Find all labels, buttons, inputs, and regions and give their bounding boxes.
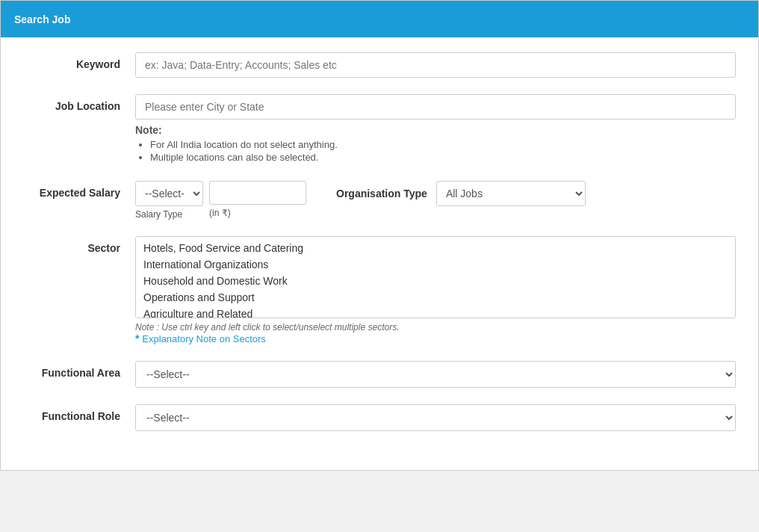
sector-ctrl-note: Note : Use ctrl key and left click to se… — [135, 322, 736, 332]
sector-option-1: Hotels, Food Service and Catering — [136, 240, 735, 256]
functional-area-control: --Select-- — [135, 361, 736, 388]
salary-amount-label: (in ₹) — [209, 208, 231, 218]
functional-area-label: Functional Area — [23, 361, 135, 379]
org-type-label: Organisation Type — [336, 188, 427, 200]
sector-option-3: Household and Domestic Work — [136, 273, 735, 289]
location-note: Note: For All India location do not sele… — [135, 124, 736, 163]
job-location-control: Note: For All India location do not sele… — [135, 94, 736, 164]
sector-control: Hotels, Food Service and Catering Intern… — [135, 236, 736, 344]
salary-type-wrap: --Select- Hourly Monthly Annual Salary T… — [135, 181, 203, 220]
functional-area-select[interactable]: --Select-- — [135, 361, 736, 388]
star-symbol: * — [135, 332, 139, 344]
job-location-input[interactable] — [135, 94, 736, 120]
sector-label: Sector — [23, 236, 135, 254]
salary-org-control: --Select- Hourly Monthly Annual Salary T… — [135, 181, 736, 220]
explanatory-note-wrap: * Explanatory Note on Sectors — [135, 332, 736, 344]
salary-org-inner: --Select- Hourly Monthly Annual Salary T… — [135, 181, 736, 220]
salary-type-label: Salary Type — [135, 209, 182, 220]
sector-option-5: Agriculture and Related — [136, 306, 735, 318]
functional-role-control: --Select-- — [135, 404, 736, 431]
location-note-item-2: Multiple locations can also be selected. — [150, 152, 736, 163]
location-note-item-1: For All India location do not select any… — [150, 139, 736, 150]
page-title: Search Job — [14, 13, 70, 25]
org-type-select[interactable]: All Jobs Government Private NGO/Trust Ot… — [436, 181, 586, 206]
job-location-label: Job Location — [23, 94, 135, 112]
form-body: Keyword Job Location Note: For All India… — [1, 37, 758, 470]
salary-org-row: Expected Salary --Select- Hourly Monthly… — [23, 181, 736, 220]
location-note-list: For All India location do not select any… — [150, 139, 736, 163]
sector-row: Sector Hotels, Food Service and Catering… — [23, 236, 736, 344]
salary-amount-input[interactable] — [209, 181, 306, 205]
sector-option-4: Operations and Support — [136, 289, 735, 306]
expected-salary-label: Expected Salary — [23, 181, 135, 199]
org-type-wrap: Organisation Type All Jobs Government Pr… — [336, 181, 586, 206]
search-job-container: Search Job Keyword Job Location Note: Fo… — [0, 0, 759, 471]
salary-amount-wrap: (in ₹) — [209, 181, 306, 218]
page-header: Search Job — [1, 1, 758, 37]
functional-area-row: Functional Area --Select-- — [23, 361, 736, 388]
sector-option-2: International Organizations — [136, 256, 735, 273]
functional-role-row: Functional Role --Select-- — [23, 404, 736, 431]
keyword-input[interactable] — [135, 52, 736, 78]
sector-listbox[interactable]: Hotels, Food Service and Catering Intern… — [135, 236, 736, 318]
job-location-row: Job Location Note: For All India locatio… — [23, 94, 736, 164]
keyword-row: Keyword — [23, 52, 736, 78]
note-title: Note: — [135, 124, 162, 136]
keyword-control — [135, 52, 736, 78]
keyword-label: Keyword — [23, 52, 135, 70]
functional-role-select[interactable]: --Select-- — [135, 404, 736, 431]
salary-type-select[interactable]: --Select- Hourly Monthly Annual — [135, 181, 203, 206]
functional-role-label: Functional Role — [23, 404, 135, 422]
explanatory-note-link[interactable]: Explanatory Note on Sectors — [142, 333, 265, 344]
